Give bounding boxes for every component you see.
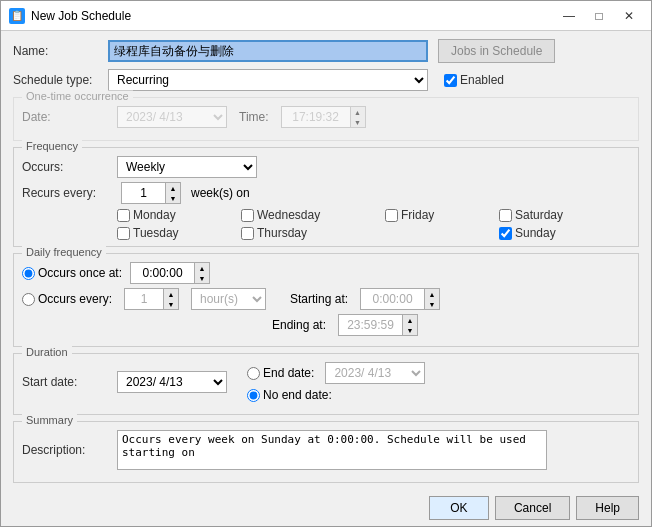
recurs-spin-up[interactable]: ▲ — [166, 183, 180, 193]
ending-spin-up: ▲ — [403, 315, 417, 325]
occurs-once-radio[interactable] — [22, 267, 35, 280]
occurs-every-label[interactable]: Occurs every: — [22, 292, 112, 306]
cancel-button[interactable]: Cancel — [495, 496, 570, 520]
bottom-buttons: OK Cancel Help — [1, 492, 651, 526]
every-spin-down: ▼ — [164, 299, 178, 309]
every-spinner: ▲ ▼ — [124, 288, 179, 310]
sunday-checkbox-label[interactable]: Sunday — [499, 226, 619, 240]
end-date-radio-label[interactable]: End date: 2023/ 4/13 — [247, 362, 425, 384]
every-spinner-btns: ▲ ▼ — [164, 288, 179, 310]
starting-input — [360, 288, 425, 310]
summary-section: Summary Description: Occurs every week o… — [13, 421, 639, 483]
monday-label: Monday — [133, 208, 176, 222]
sunday-checkbox[interactable] — [499, 227, 512, 240]
start-date-label: Start date: — [22, 375, 117, 389]
enabled-row: Enabled — [444, 73, 504, 87]
starting-spinner-btns: ▲ ▼ — [425, 288, 440, 310]
ending-input — [338, 314, 403, 336]
once-time-spin-up[interactable]: ▲ — [195, 263, 209, 273]
recurs-input[interactable] — [121, 182, 166, 204]
starting-spinner: ▲ ▼ — [360, 288, 440, 310]
sunday-label: Sunday — [515, 226, 556, 240]
tuesday-label: Tuesday — [133, 226, 179, 240]
enabled-checkbox-label[interactable]: Enabled — [444, 73, 504, 87]
no-end-radio-label[interactable]: No end date: — [247, 388, 425, 402]
time-spinner-btns: ▲ ▼ — [351, 106, 366, 128]
occurs-once-row: Occurs once at: ▲ ▼ — [22, 262, 630, 284]
end-date-radio[interactable] — [247, 367, 260, 380]
recurs-spinner-btns[interactable]: ▲ ▼ — [166, 182, 181, 204]
ending-label: Ending at: — [272, 318, 326, 332]
every-input — [124, 288, 164, 310]
once-time-input[interactable] — [130, 262, 195, 284]
ok-button[interactable]: OK — [429, 496, 489, 520]
one-time-row: Date: 2023/ 4/13 Time: ▲ ▼ — [22, 106, 630, 128]
saturday-checkbox-label[interactable]: Saturday — [499, 208, 619, 222]
jobs-in-schedule-button[interactable]: Jobs in Schedule — [438, 39, 555, 63]
summary-title: Summary — [22, 414, 77, 426]
time-label: Time: — [239, 110, 269, 124]
no-end-label: No end date: — [263, 388, 332, 402]
main-content: Name: Jobs in Schedule Schedule type: Re… — [1, 31, 651, 492]
duration-section: Duration Start date: 2023/ 4/13 End date… — [13, 353, 639, 415]
tuesday-checkbox-label[interactable]: Tuesday — [117, 226, 237, 240]
end-date-select: 2023/ 4/13 — [325, 362, 425, 384]
friday-checkbox[interactable] — [385, 209, 398, 222]
friday-label: Friday — [401, 208, 434, 222]
one-time-section: One-time occurrence Date: 2023/ 4/13 Tim… — [13, 97, 639, 141]
wednesday-label: Wednesday — [257, 208, 320, 222]
time-spin-down: ▼ — [351, 117, 365, 127]
starting-spin-up: ▲ — [425, 289, 439, 299]
occurs-select[interactable]: Weekly Daily Monthly — [117, 156, 257, 178]
occurs-once-text: Occurs once at: — [38, 266, 122, 280]
saturday-label: Saturday — [515, 208, 563, 222]
occurs-every-radio[interactable] — [22, 293, 35, 306]
friday-placeholder — [385, 226, 495, 240]
maximize-button[interactable]: □ — [585, 6, 613, 26]
every-unit-select: hour(s) minute(s) — [191, 288, 266, 310]
daily-frequency-title: Daily frequency — [22, 246, 106, 258]
schedule-type-select[interactable]: Recurring One-time — [108, 69, 428, 91]
window: 📋 New Job Schedule — □ ✕ Name: Jobs in S… — [0, 0, 652, 527]
recurs-unit: week(s) on — [191, 186, 250, 200]
thursday-checkbox[interactable] — [241, 227, 254, 240]
window-controls: — □ ✕ — [555, 6, 643, 26]
ending-spinner: ▲ ▼ — [338, 314, 418, 336]
enabled-checkbox[interactable] — [444, 74, 457, 87]
occurs-label: Occurs: — [22, 160, 117, 174]
days-grid: Monday Wednesday Friday Saturday Tuesday — [22, 208, 630, 240]
end-options: End date: 2023/ 4/13 No end date: — [247, 362, 425, 402]
end-date-label: End date: — [263, 366, 314, 380]
desc-label: Description: — [22, 443, 117, 457]
wednesday-checkbox-label[interactable]: Wednesday — [241, 208, 381, 222]
name-input[interactable] — [108, 40, 428, 62]
saturday-checkbox[interactable] — [499, 209, 512, 222]
occurs-every-row: Occurs every: ▲ ▼ hour(s) minute(s) Star… — [22, 288, 630, 310]
thursday-checkbox-label[interactable]: Thursday — [241, 226, 381, 240]
recurs-spin-down[interactable]: ▼ — [166, 193, 180, 203]
name-label: Name: — [13, 44, 108, 58]
minimize-button[interactable]: — — [555, 6, 583, 26]
once-time-spin-down[interactable]: ▼ — [195, 273, 209, 283]
once-time-spinner: ▲ ▼ — [130, 262, 210, 284]
once-time-spinner-btns[interactable]: ▲ ▼ — [195, 262, 210, 284]
help-button[interactable]: Help — [576, 496, 639, 520]
duration-row: Start date: 2023/ 4/13 End date: 2023/ 4… — [22, 362, 630, 402]
occurs-once-label[interactable]: Occurs once at: — [22, 266, 122, 280]
start-date-select[interactable]: 2023/ 4/13 — [117, 371, 227, 393]
monday-checkbox[interactable] — [117, 209, 130, 222]
frequency-section: Frequency Occurs: Weekly Daily Monthly R… — [13, 147, 639, 247]
daily-frequency-section: Daily frequency Occurs once at: ▲ ▼ — [13, 253, 639, 347]
every-spin-up: ▲ — [164, 289, 178, 299]
friday-checkbox-label[interactable]: Friday — [385, 208, 495, 222]
no-end-radio[interactable] — [247, 389, 260, 402]
enabled-label: Enabled — [460, 73, 504, 87]
monday-checkbox-label[interactable]: Monday — [117, 208, 237, 222]
description-textarea: Occurs every week on Sunday at 0:00:00. … — [117, 430, 547, 470]
tuesday-checkbox[interactable] — [117, 227, 130, 240]
occurs-every-text: Occurs every: — [38, 292, 112, 306]
close-button[interactable]: ✕ — [615, 6, 643, 26]
one-time-title: One-time occurrence — [22, 90, 133, 102]
time-spin-up: ▲ — [351, 107, 365, 117]
wednesday-checkbox[interactable] — [241, 209, 254, 222]
